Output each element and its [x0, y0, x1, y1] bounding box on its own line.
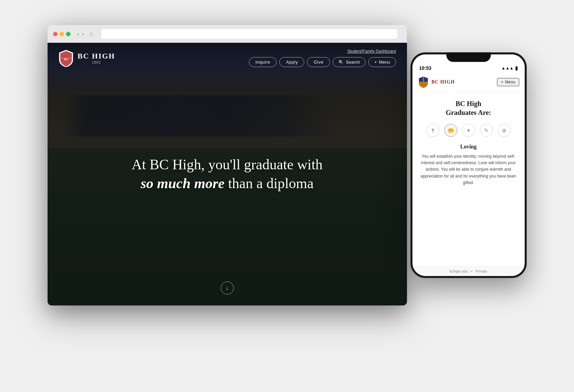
apply-button[interactable]: Apply: [279, 57, 304, 67]
grad-icon-plus[interactable]: ⊕: [498, 124, 511, 137]
logo-area: BC BC HIGH 1863: [59, 49, 115, 67]
hero-text: At BC High, you'll graduate with so much…: [84, 155, 371, 193]
svg-rect-2: [423, 77, 424, 82]
phone-inner: 10:53 ▲▲▲ ▮: [412, 54, 525, 276]
site-nav: BC BC HIGH 1863 Student/Family Dashboard…: [48, 43, 407, 73]
home-icon[interactable]: ⌂: [90, 30, 93, 38]
menu-label: Menu: [379, 60, 390, 65]
give-button[interactable]: Give: [307, 57, 330, 67]
minimize-button[interactable]: [60, 32, 64, 36]
url-separator: [471, 270, 473, 272]
dashboard-link[interactable]: Student/Family Dashboard: [347, 49, 396, 54]
phone-url-bar[interactable]: bchigh.edu Private: [412, 266, 525, 276]
phone-plus-icon: +: [501, 80, 503, 84]
school-year: 1863: [78, 61, 115, 64]
phone-notch: [446, 52, 491, 62]
phone-logo-area: BC HIGH: [418, 76, 455, 89]
traffic-lights: [53, 32, 71, 36]
hero-text-part2: than a diploma: [228, 175, 314, 191]
search-button[interactable]: 🔍 Search: [333, 57, 366, 67]
browser-chrome: ‹ › ⌂: [48, 25, 407, 43]
trait-title: Loving: [419, 144, 518, 150]
nav-buttons: Inquire Apply Give 🔍 Search + Menu: [249, 57, 396, 67]
phone-heading: BC High Graduates Are:: [419, 99, 518, 117]
phone-nav: BC HIGH + Menu: [412, 73, 525, 92]
logo-text: BC HIGH 1863: [78, 52, 115, 64]
school-name: BC HIGH: [78, 52, 115, 61]
phone-url: bchigh.edu: [449, 269, 468, 273]
phone-time: 10:53: [419, 65, 432, 71]
phone-url-label: Private: [475, 269, 487, 273]
phone-menu-label: Menu: [505, 80, 515, 84]
menu-button[interactable]: + Menu: [368, 57, 396, 67]
maximize-button[interactable]: [66, 32, 71, 36]
down-arrow-icon: ↓: [226, 285, 229, 291]
close-button[interactable]: [53, 32, 58, 36]
website-content: BC BC HIGH 1863 Student/Family Dashboard…: [48, 43, 407, 305]
main-scene: ‹ › ⌂ BC: [48, 25, 527, 367]
nav-right: Student/Family Dashboard Inquire Apply G…: [249, 49, 396, 67]
bc-high-shield-logo: BC: [59, 49, 74, 67]
grad-icons-row: ✝ 🤲 ✦ ✎ ⊕: [419, 124, 518, 137]
scroll-down-button[interactable]: ↓: [221, 282, 234, 295]
battery-icon: ▮: [515, 65, 518, 71]
hero-text-emphasis: so much more: [141, 175, 225, 191]
browser-window: ‹ › ⌂ BC: [48, 25, 407, 305]
heading-line1: BC High: [456, 100, 481, 107]
trait-description: You will establish your identity; moving…: [419, 153, 518, 186]
browser-nav: ‹ ›: [77, 30, 84, 38]
back-icon[interactable]: ‹: [77, 30, 79, 38]
phone-mockup: 10:53 ▲▲▲ ▮: [410, 52, 527, 278]
grad-icon-star[interactable]: ✦: [462, 124, 475, 137]
search-label: Search: [346, 60, 360, 65]
phone-menu-button[interactable]: + Menu: [497, 78, 519, 86]
hero-headline: At BC High, you'll graduate with so much…: [84, 155, 371, 193]
grad-icon-pen[interactable]: ✎: [480, 124, 493, 137]
hero-text-part1: At BC High, you'll graduate with: [131, 157, 322, 172]
grad-icon-cross[interactable]: ✝: [426, 124, 439, 137]
heading-line2: Graduates Are:: [446, 109, 491, 116]
phone-brand-name: BC HIGH: [432, 79, 455, 85]
forward-icon[interactable]: ›: [82, 30, 84, 38]
search-icon: 🔍: [339, 60, 344, 65]
wifi-icon: ▲▲▲: [501, 66, 514, 70]
address-bar[interactable]: [101, 29, 397, 39]
phone-shield-logo: [418, 76, 429, 89]
grad-icon-loving[interactable]: 🤲: [444, 124, 457, 137]
inquire-button[interactable]: Inquire: [249, 57, 277, 67]
phone-status-icons: ▲▲▲ ▮: [501, 65, 518, 71]
phone-content: BC High Graduates Are: ✝ 🤲 ✦ ✎ ⊕ Loving …: [412, 92, 525, 193]
plus-icon: +: [374, 60, 377, 65]
